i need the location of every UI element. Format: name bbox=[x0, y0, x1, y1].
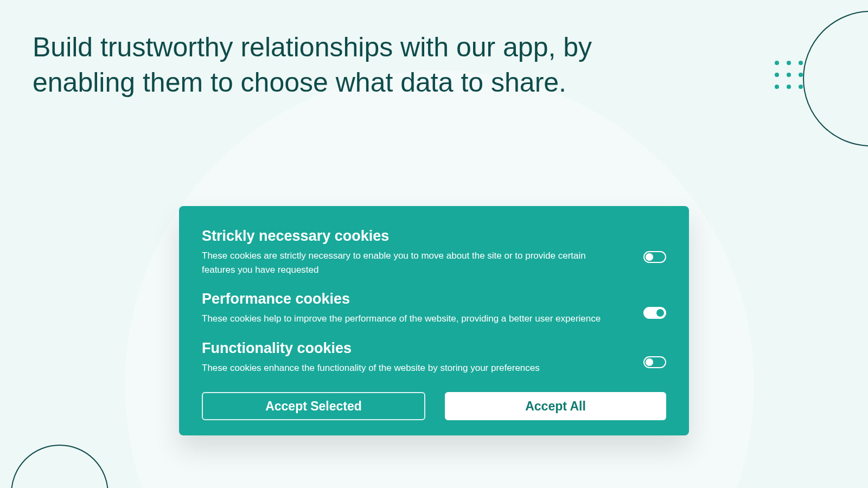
button-row: Accept Selected Accept All bbox=[202, 392, 666, 420]
decorative-circle-outline-top-right bbox=[803, 11, 868, 146]
toggle-performance[interactable] bbox=[643, 307, 666, 319]
accept-all-button[interactable]: Accept All bbox=[445, 392, 666, 420]
cookie-row-strictly-necessary: Strickly necessary cookies These cookies… bbox=[202, 228, 666, 277]
page-headline: Build trustworthy relationships with our… bbox=[33, 30, 618, 100]
cookie-row-performance: Performance cookies These cookies help t… bbox=[202, 291, 666, 326]
accept-selected-button[interactable]: Accept Selected bbox=[202, 392, 425, 420]
decorative-dot-grid-icon bbox=[775, 61, 803, 89]
cookie-title: Performance cookies bbox=[202, 291, 666, 307]
cookie-row-functionality: Functionality cookies These cookies enha… bbox=[202, 340, 666, 375]
cookie-consent-panel: Strickly necessary cookies These cookies… bbox=[179, 206, 689, 435]
cookie-title: Strickly necessary cookies bbox=[202, 228, 666, 245]
decorative-circle-outline-bottom-left bbox=[11, 445, 108, 488]
cookie-description: These cookies help to improve the perfor… bbox=[202, 312, 603, 326]
cookie-description: These cookies are strictly necessary to … bbox=[202, 249, 603, 277]
toggle-functionality[interactable] bbox=[643, 356, 666, 368]
cookie-description: These cookies enhance the functionality … bbox=[202, 361, 603, 375]
toggle-strictly-necessary[interactable] bbox=[643, 251, 666, 263]
cookie-title: Functionality cookies bbox=[202, 340, 666, 357]
